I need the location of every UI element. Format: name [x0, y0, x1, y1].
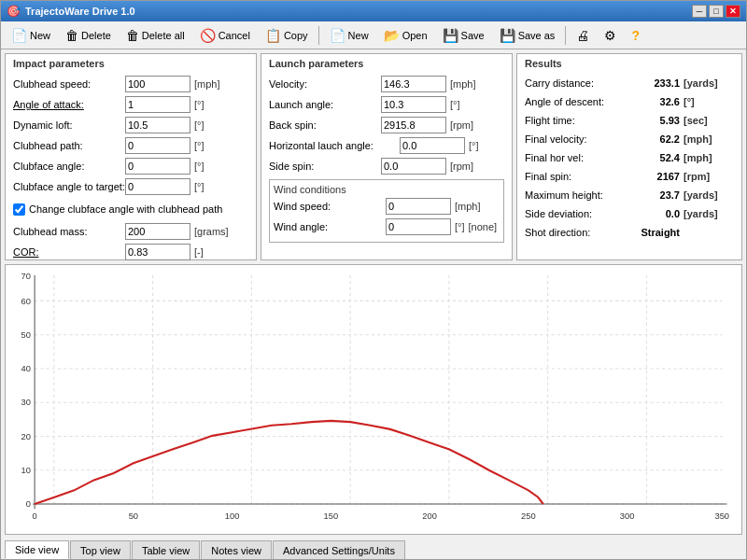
copy-icon: 📋	[265, 28, 281, 43]
results-title: Results	[525, 58, 734, 71]
finalvel-unit: [mph]	[684, 133, 712, 145]
mass-unit: [grams]	[194, 226, 229, 237]
horiz-angle-unit: [°]	[469, 140, 479, 151]
maxheight-unit: [yards]	[684, 189, 718, 201]
horiz-angle-label: Horizontal lauch angle:	[269, 140, 400, 151]
carry-label: Carry distance:	[525, 77, 637, 89]
toolbar: 📄 New 🗑 Delete 🗑 Delete all 🚫 Cancel 📋 C…	[1, 21, 746, 49]
print-button[interactable]: 🖨	[570, 24, 596, 47]
clubface-unit: [°]	[194, 161, 204, 172]
tab-bar: Side view Top view Table view Notes view…	[1, 537, 746, 559]
tab-notes-view[interactable]: Notes view	[201, 540, 272, 559]
flight-unit: [sec]	[684, 115, 708, 126]
cancel-button[interactable]: 🚫 Cancel	[193, 24, 257, 47]
toolbar-sep-1	[318, 26, 319, 45]
tab-side-view[interactable]: Side view	[5, 540, 69, 559]
tab-advanced-settings[interactable]: Advanced Settings/Units	[273, 540, 405, 559]
new-icon-1: 📄	[11, 28, 27, 43]
clubhead-speed-unit: [mph]	[194, 78, 220, 90]
save-icon: 💾	[443, 28, 458, 43]
tab-table-view[interactable]: Table view	[132, 540, 200, 559]
delete-button[interactable]: 🗑 Delete	[59, 24, 118, 47]
svg-text:250: 250	[521, 511, 536, 521]
path-unit: [°]	[194, 140, 204, 151]
finalvel-value: 62.2	[637, 133, 684, 145]
field-row-sidespin: Side spin: [rpm]	[269, 157, 504, 175]
main-content: Impact parameters Clubhead speed: [mph] …	[1, 49, 746, 559]
finalhorvel-value: 52.4	[637, 152, 684, 163]
launch-angle-input[interactable]	[381, 96, 446, 113]
attack-input[interactable]	[125, 96, 190, 113]
carry-value: 233.1	[637, 77, 684, 89]
save-button[interactable]: 💾 Save	[436, 24, 491, 47]
svg-text:20: 20	[21, 431, 31, 441]
svg-text:40: 40	[21, 363, 31, 373]
wind-speed-unit: [mph]	[455, 201, 481, 212]
path-input[interactable]	[125, 137, 190, 154]
maximize-button[interactable]: □	[709, 5, 724, 18]
field-row-velocity: Velocity: [mph]	[269, 75, 504, 93]
svg-text:60: 60	[21, 295, 31, 305]
launch-title: Launch parameters	[269, 58, 504, 71]
minimize-button[interactable]: ─	[692, 5, 707, 18]
open-button[interactable]: 📂 Open	[377, 24, 434, 47]
descent-unit: [°]	[684, 96, 695, 107]
delete-all-button[interactable]: 🗑 Delete all	[120, 24, 191, 47]
backspin-unit: [rpm]	[450, 119, 473, 131]
copy-button[interactable]: 📋 Copy	[259, 24, 315, 47]
clubface-input[interactable]	[125, 158, 190, 175]
wind-angle-input[interactable]	[386, 218, 451, 235]
launch-panel: Launch parameters Velocity: [mph] Launch…	[261, 53, 513, 260]
wind-angle-note: [none]	[469, 221, 498, 232]
sidedev-value: 0.0	[637, 208, 684, 219]
save-as-button[interactable]: 💾 Save as	[493, 24, 562, 47]
velocity-label: Velocity:	[269, 78, 381, 90]
top-panels: Impact parameters Clubhead speed: [mph] …	[1, 49, 746, 264]
settings-button[interactable]: ⚙	[598, 24, 623, 47]
loft-label: Dynamic loft:	[13, 119, 125, 131]
impact-panel: Impact parameters Clubhead speed: [mph] …	[5, 53, 257, 260]
flight-value: 5.93	[637, 115, 684, 126]
impact-title: Impact parameters	[13, 58, 248, 71]
field-row-mass: Clubhead mass: [grams]	[13, 222, 248, 241]
finalspin-unit: [rpm]	[684, 171, 710, 182]
cor-unit: [-]	[194, 246, 204, 258]
attack-label[interactable]: Angle of attack:	[13, 99, 125, 110]
clubface-label: Clubface angle:	[13, 161, 125, 172]
svg-text:50: 50	[129, 511, 138, 521]
clubface-target-input[interactable]	[125, 178, 190, 195]
tab-top-view[interactable]: Top view	[70, 540, 131, 559]
results-row-flight: Flight time: 5.93 [sec]	[525, 112, 734, 129]
finalvel-label: Final velocity:	[525, 133, 637, 145]
descent-label: Angle of descent:	[525, 96, 637, 107]
help-button[interactable]: ?	[625, 24, 646, 47]
cor-label[interactable]: COR:	[13, 246, 125, 258]
field-row-wind-angle: Wind angle: [°] [none]	[274, 217, 500, 236]
clubhead-speed-input[interactable]	[125, 76, 190, 92]
new-button-1[interactable]: 📄 New	[5, 24, 57, 47]
svg-text:300: 300	[620, 511, 635, 521]
field-row-attack: Angle of attack: [°]	[13, 95, 248, 114]
results-row-descent: Angle of descent: 32.6 [°]	[525, 93, 734, 110]
velocity-input[interactable]	[381, 76, 446, 92]
descent-value: 32.6	[637, 96, 684, 107]
close-button[interactable]: ✕	[726, 5, 740, 18]
delete-all-icon: 🗑	[126, 28, 139, 43]
new-button-2[interactable]: 📄 New	[323, 24, 375, 47]
clubface-checkbox[interactable]	[13, 203, 25, 216]
field-row-path: Clubhead path: [°]	[13, 136, 248, 155]
sidedev-label: Side deviation:	[525, 208, 637, 219]
horiz-angle-input[interactable]	[400, 137, 465, 154]
launch-angle-unit: [°]	[450, 99, 460, 110]
main-window: 🎯 TrajectoWare Drive 1.0 ─ □ ✕ 📄 New 🗑 D…	[0, 0, 747, 560]
svg-text:0: 0	[26, 498, 31, 509]
backspin-input[interactable]	[381, 117, 446, 133]
sidespin-input[interactable]	[381, 158, 446, 175]
field-row-clubface-target: Clubface angle to target: [°]	[13, 177, 248, 196]
field-row-horiz-angle: Horizontal lauch angle: [°]	[269, 136, 504, 155]
wind-speed-input[interactable]	[386, 198, 451, 215]
mass-input[interactable]	[125, 223, 190, 240]
flight-label: Flight time:	[525, 115, 637, 126]
loft-input[interactable]	[125, 117, 190, 133]
cor-input[interactable]	[125, 244, 190, 260]
